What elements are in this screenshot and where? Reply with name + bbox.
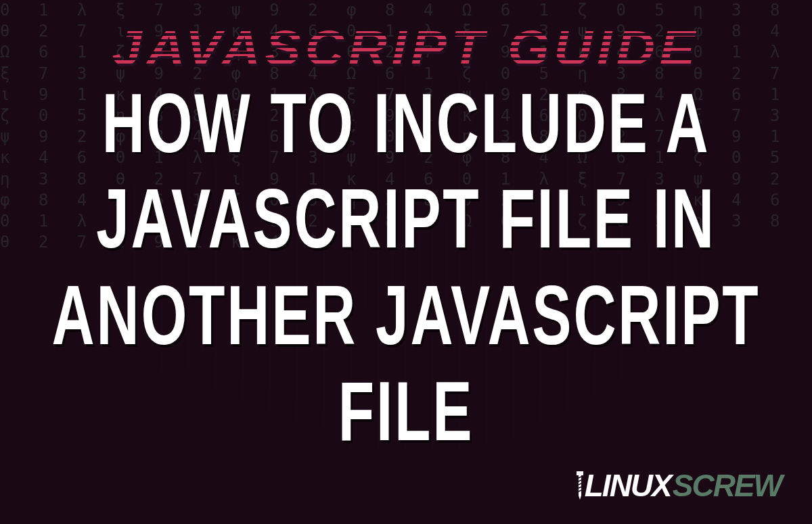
- logo-text-linux: LINUX: [585, 467, 671, 504]
- content-container: JAVASCRIPT GUIDE HOW TO INCLUDE A JAVASC…: [0, 0, 812, 524]
- category-subtitle: JAVASCRIPT GUIDE: [112, 20, 700, 76]
- site-logo: LINUX SCREW: [574, 467, 782, 504]
- screw-icon: [574, 470, 586, 501]
- logo-text-screw: SCREW: [673, 467, 782, 504]
- article-title: HOW TO INCLUDE A JAVASCRIPT FILE IN ANOT…: [32, 75, 780, 459]
